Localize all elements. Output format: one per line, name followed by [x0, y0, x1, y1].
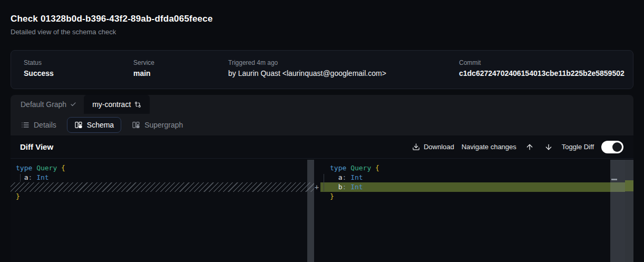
code-placeholder-line — [16, 182, 65, 192]
diff-view-title: Diff View — [20, 142, 53, 151]
tab-default-graph[interactable]: Default Graph — [21, 95, 84, 114]
tab-supergraph-label: Supergraph — [144, 121, 183, 129]
tab-schema[interactable]: Schema — [67, 117, 121, 133]
graph-tabs-bar: Default Graph my-contract — [11, 95, 633, 114]
git-compare-icon — [134, 101, 141, 108]
tab-schema-label: Schema — [87, 121, 114, 129]
arrow-down-icon — [544, 143, 553, 151]
schema-check-page: Check 01328b0d-b396-43f2-89ab-dfda065fee… — [0, 0, 644, 262]
tab-details[interactable]: Details — [20, 118, 57, 132]
before-pane-scrollbar[interactable] — [307, 160, 314, 262]
overview-ruler — [625, 160, 633, 262]
service-column: Service main — [133, 59, 154, 77]
schema-diff-editor: + type Query { a: Int } type Query { a: … — [11, 159, 633, 262]
service-label: Service — [133, 59, 154, 66]
toggle-diff-label: Toggle Diff — [562, 143, 594, 151]
navigate-changes-label: Navigate changes — [462, 143, 516, 151]
scrollbar-position-dash — [611, 179, 617, 180]
diff-before-pane: type Query { a: Int } — [11, 159, 65, 201]
diff-controls: Download Navigate changes Toggle Diff — [412, 141, 623, 153]
commit-value: c1dc62724702406154013cbe11b225b2e5859502 — [459, 69, 625, 77]
toggle-knob — [612, 142, 622, 152]
arrow-up-icon — [525, 143, 534, 151]
code-line: } — [330, 192, 379, 201]
download-button[interactable]: Download — [412, 143, 454, 151]
tab-default-graph-label: Default Graph — [21, 100, 66, 109]
check-content-panel: Default Graph my-contract Details — [11, 95, 633, 262]
page-subtitle: Detailed view of the schema check — [11, 28, 116, 36]
next-change-button[interactable] — [543, 141, 554, 153]
check-meta-card: Status Success Service main Triggered 4m… — [11, 50, 633, 89]
code-line: type Query { — [330, 163, 379, 173]
status-label: Status — [24, 59, 54, 66]
triggered-value: by Laurin Quast <laurinquast@googlemail.… — [228, 69, 386, 77]
commit-label: Commit — [459, 59, 625, 66]
list-icon — [21, 121, 30, 129]
columns-icon — [132, 121, 140, 129]
triggered-column: Triggered 4m ago by Laurin Quast <laurin… — [228, 59, 386, 77]
view-tabs-bar: Details Schema Supergraph — [11, 114, 633, 135]
check-icon — [70, 101, 76, 108]
page-title: Check 01328b0d-b396-43f2-89ab-dfda065fee… — [11, 14, 213, 24]
code-line: b: Int — [330, 182, 379, 192]
previous-change-button[interactable] — [524, 141, 535, 153]
after-pane-scrollbar[interactable] — [610, 160, 625, 262]
columns-icon — [74, 121, 83, 129]
tab-details-label: Details — [34, 121, 56, 129]
commit-column: Commit c1dc62724702406154013cbe11b225b2e… — [459, 59, 625, 77]
code-line: type Query { — [16, 163, 65, 173]
diff-view-header: Diff View Download Navigate changes — [11, 135, 633, 159]
download-label: Download — [424, 143, 454, 151]
added-line-marker: + — [313, 182, 320, 192]
status-value: Success — [24, 69, 54, 77]
tab-my-contract-label: my-contract — [92, 100, 131, 109]
download-icon — [412, 143, 420, 151]
code-line: } — [16, 192, 65, 201]
overview-ruler-added-marker — [625, 180, 633, 191]
code-line: a: Int — [330, 173, 379, 182]
status-column: Status Success — [24, 59, 54, 77]
service-value: main — [133, 69, 154, 77]
diff-after-pane: type Query { a: Int b: Int} — [319, 159, 379, 201]
code-line: a: Int — [16, 173, 65, 182]
toggle-diff-switch[interactable] — [601, 141, 623, 153]
tab-supergraph[interactable]: Supergraph — [131, 118, 184, 132]
triggered-label: Triggered 4m ago — [228, 59, 386, 66]
tab-my-contract[interactable]: my-contract — [84, 95, 150, 114]
